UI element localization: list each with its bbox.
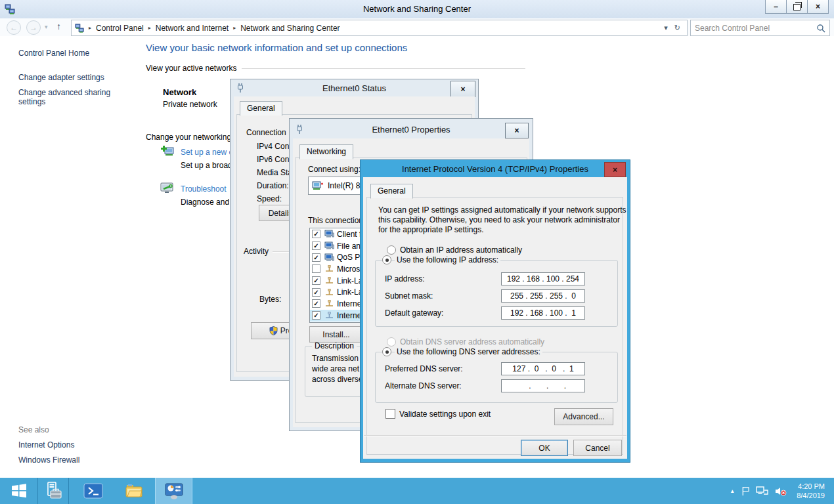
sidebar-item-control-panel-home[interactable]: Control Panel Home: [18, 49, 89, 58]
forward-icon: →: [30, 23, 37, 32]
search-input[interactable]: [691, 24, 816, 33]
default-gateway-field[interactable]: 192 . 168 . 100 . 1: [501, 306, 585, 320]
item-checkbox[interactable]: ✓: [312, 242, 320, 250]
sidebar-item-change-adapter-settings[interactable]: Change adapter settings: [18, 73, 104, 82]
close-icon: ×: [460, 85, 465, 94]
dialog-titlebar[interactable]: Ethernet0 Status: [230, 79, 478, 96]
troubleshoot-link[interactable]: Troubleshoot: [181, 184, 227, 194]
taskbar-item-control-panel[interactable]: [155, 478, 192, 504]
search-box[interactable]: [690, 20, 830, 36]
taskbar-item-file-explorer[interactable]: [119, 478, 149, 504]
validate-checkbox[interactable]: [385, 409, 395, 419]
close-button[interactable]: ×: [604, 162, 626, 177]
sidebar-item-change-advanced-sharing[interactable]: Change advanced sharing settings: [18, 88, 117, 106]
item-checkbox[interactable]: [312, 264, 320, 273]
start-button[interactable]: [0, 478, 37, 504]
install-button[interactable]: Install...: [309, 326, 363, 343]
duration-label: Duration:: [257, 181, 289, 190]
system-tray: ▲ 4:20 PM 8/4/2019: [730, 478, 834, 504]
description-line: across diverse: [312, 375, 362, 384]
tab-general[interactable]: General: [370, 184, 413, 199]
up-icon: ↑: [56, 21, 61, 32]
taskbar: ▲ 4:20 PM 8/4/2019: [0, 478, 834, 504]
close-button[interactable]: ×: [505, 123, 529, 138]
restore-button[interactable]: [786, 0, 808, 14]
subnet-mask-field[interactable]: 255 . 255 . 255 . 0: [501, 289, 585, 303]
powershell-icon: [83, 481, 103, 501]
ip-address-label: IP address:: [385, 274, 424, 284]
sidebar-item-internet-options[interactable]: Internet Options: [18, 440, 74, 450]
item-checkbox[interactable]: ✓: [312, 299, 320, 308]
item-label: Link-La: [337, 276, 362, 285]
item-checkbox[interactable]: ✓: [312, 311, 320, 320]
show-hidden-icons-button[interactable]: ▲: [730, 488, 735, 494]
ok-button[interactable]: OK: [521, 440, 568, 456]
validate-label: Validate settings upon exit: [399, 410, 491, 419]
see-also-label: See also: [18, 425, 49, 434]
item-checkbox[interactable]: ✓: [312, 253, 320, 262]
change-networking-label: Change your networking: [146, 133, 231, 142]
tab-general[interactable]: General: [240, 101, 282, 116]
window-title: Network and Sharing Center: [0, 4, 834, 14]
setup-new-connection-icon: [160, 145, 175, 159]
navigation-bar: ← → ▾ ↑ ▸ Control Panel ▸ Network and In…: [0, 18, 834, 36]
use-ip-label: Use the following IP address:: [395, 255, 500, 264]
cancel-button[interactable]: Cancel: [573, 440, 622, 456]
clock-time: 4:20 PM: [797, 482, 825, 491]
close-button[interactable]: ×: [807, 0, 829, 14]
item-checkbox[interactable]: ✓: [312, 230, 320, 238]
use-dns-radio[interactable]: [382, 347, 391, 356]
restore-icon: [793, 4, 801, 10]
address-bar[interactable]: ▸ Control Panel ▸ Network and Internet ▸…: [71, 20, 688, 36]
item-label: Link-La: [337, 287, 362, 297]
forward-button[interactable]: →: [26, 20, 41, 35]
close-button[interactable]: ×: [450, 81, 475, 97]
connection-group-label: Connection: [246, 128, 286, 137]
protocol-icon: [324, 276, 334, 285]
back-button[interactable]: ←: [7, 20, 21, 35]
protocol_blue-icon: [324, 311, 334, 320]
action-center-flag-icon[interactable]: [741, 486, 750, 496]
description-label: Description: [312, 341, 357, 350]
recent-pages-dropdown[interactable]: ▾: [45, 24, 48, 30]
setup-new-connection-link[interactable]: Set up a new c: [181, 148, 232, 157]
preferred-dns-field[interactable]: 127 . 0 . 0 . 1: [501, 362, 585, 375]
chevron-down-icon: ▾: [45, 24, 48, 30]
adapter-name: Intel(R) 82: [328, 181, 364, 190]
tab-networking[interactable]: Networking: [299, 144, 353, 159]
network-tray-icon[interactable]: [756, 486, 768, 496]
protocol-icon: [324, 288, 334, 297]
dialog-titlebar[interactable]: Internet Protocol Version 4 (TCP/IPv4) P…: [361, 160, 630, 177]
obtain-dns-radio[interactable]: [387, 337, 396, 346]
server-manager-icon: [43, 481, 63, 501]
volume-muted-icon[interactable]: [774, 486, 787, 496]
item-checkbox[interactable]: ✓: [312, 288, 320, 297]
advanced-button[interactable]: Advanced...: [554, 408, 613, 425]
obtain-ip-radio[interactable]: [387, 245, 396, 255]
bytes-label: Bytes:: [259, 295, 281, 304]
description-line: wide area net: [312, 364, 359, 373]
minimize-button[interactable]: –: [765, 0, 787, 14]
alternate-dns-field[interactable]: . . .: [501, 379, 585, 392]
address-dropdown[interactable]: ▾: [664, 24, 668, 32]
breadcrumb-network-sharing[interactable]: Network and Sharing Center: [240, 24, 340, 33]
sidebar-item-windows-firewall[interactable]: Windows Firewall: [18, 455, 79, 465]
breadcrumb-control-panel[interactable]: Control Panel: [96, 24, 144, 33]
desktop: Network and Sharing Center – × ← → ▾ ↑ ▸…: [0, 0, 834, 504]
taskbar-item-powershell[interactable]: [78, 478, 108, 504]
up-button[interactable]: ↑: [56, 21, 61, 32]
ip-address-field[interactable]: 192 . 168 . 100 . 254: [501, 272, 585, 285]
refresh-icon[interactable]: ↻: [674, 24, 680, 32]
use-ip-radio[interactable]: [382, 255, 391, 264]
obtain-ip-label: Obtain an IP address automatically: [400, 245, 522, 255]
item-checkbox[interactable]: ✓: [312, 276, 320, 285]
search-icon[interactable]: [816, 24, 825, 33]
clock[interactable]: 4:20 PM 8/4/2019: [797, 482, 825, 500]
protocol-icon: [324, 299, 334, 308]
dialog-titlebar[interactable]: Ethernet0 Properties: [290, 119, 533, 138]
intro-text: You can get IP settings assigned automat…: [378, 205, 626, 215]
ipv4-connectivity-label: IPv4 Conn: [257, 142, 294, 151]
taskbar-item-server-manager[interactable]: [38, 478, 68, 504]
speed-label: Speed:: [257, 194, 282, 203]
breadcrumb-network-internet[interactable]: Network and Internet: [156, 24, 229, 33]
